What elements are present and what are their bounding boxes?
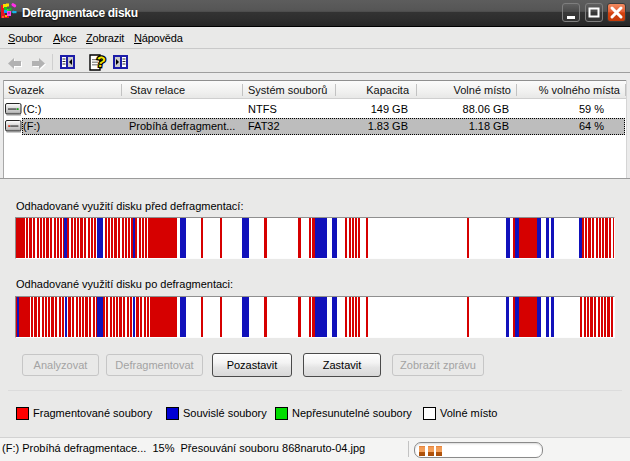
svg-text:?: ? — [95, 53, 106, 71]
